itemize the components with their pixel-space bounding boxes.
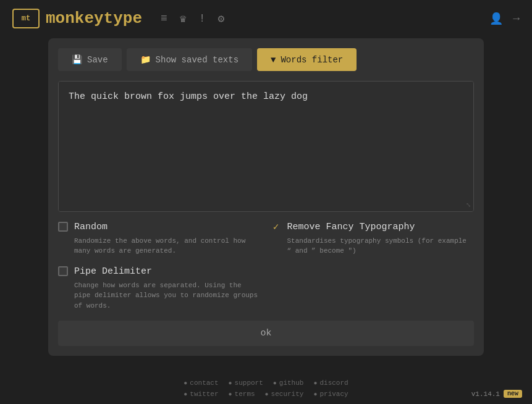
filter-icon: ▼ xyxy=(271,55,276,65)
security-icon: ● xyxy=(265,391,269,398)
footer-row-2: ● twitter ● terms ● security ● privacy xyxy=(184,390,348,398)
modal-footer: ok xyxy=(48,321,484,356)
save-icon: 💾 xyxy=(72,54,82,65)
footer-discord[interactable]: ● discord xyxy=(313,379,348,387)
option-remove-fancy: Remove Fancy Typography Standardises typ… xyxy=(271,222,475,256)
option-random: Random Randomize the above words, and co… xyxy=(58,222,261,256)
logo-text: monkeytype xyxy=(46,9,142,28)
folder-icon: 📁 xyxy=(140,54,151,65)
ok-label: ok xyxy=(260,328,271,339)
terms-icon: ● xyxy=(229,391,232,398)
logo: mt monkeytype xyxy=(12,9,142,28)
pipe-delimiter-checkbox[interactable] xyxy=(58,266,68,276)
contact-icon: ● xyxy=(184,380,187,387)
github-icon: ● xyxy=(273,380,277,387)
profile-icon[interactable]: 👤 xyxy=(489,12,503,25)
option-random-header: Random xyxy=(58,222,261,232)
page-footer: ● contact ● support ● github ● discord ●… xyxy=(0,361,532,404)
footer-security[interactable]: ● security xyxy=(265,390,304,398)
resize-handle: ⤡ xyxy=(466,201,471,209)
random-checkbox[interactable] xyxy=(58,222,68,232)
footer-terms[interactable]: ● terms xyxy=(229,390,255,398)
logo-box: mt xyxy=(12,9,40,28)
twitter-icon: ● xyxy=(184,391,187,398)
show-saved-label: Show saved texts xyxy=(156,55,239,65)
footer-contact[interactable]: ● contact xyxy=(184,379,218,387)
remove-fancy-checkbox[interactable] xyxy=(271,222,281,232)
words-filter-button[interactable]: ▼ Words filter xyxy=(257,48,357,71)
version-badge: v1.14.1 new xyxy=(471,390,522,398)
option-pipe-delimiter-header: Pipe Delimiter xyxy=(58,266,261,277)
words-textarea[interactable] xyxy=(59,82,473,211)
modal-toolbar: 💾 Save 📁 Show saved texts ▼ Words filter xyxy=(48,38,484,71)
navbar-right: 👤 → xyxy=(489,12,520,25)
textarea-wrapper: ⤡ xyxy=(58,81,474,212)
save-label: Save xyxy=(87,55,108,65)
footer-github[interactable]: ● github xyxy=(273,379,304,387)
option-pipe-delimiter: Pipe Delimiter Change how words are sepa… xyxy=(58,266,261,311)
info-icon[interactable]: ! xyxy=(199,12,206,25)
random-title: Random xyxy=(74,222,108,232)
gear-icon[interactable]: ⚙ xyxy=(218,12,225,25)
footer-privacy[interactable]: ● privacy xyxy=(313,390,348,398)
remove-fancy-title: Remove Fancy Typography xyxy=(287,222,415,232)
modal-body: ⤡ Random Randomize the above words, and … xyxy=(48,71,484,321)
version-text: v1.14.1 xyxy=(471,390,500,398)
option-remove-fancy-header: Remove Fancy Typography xyxy=(271,222,475,232)
navbar: mt monkeytype ≡ ♛ ! ⚙ 👤 → xyxy=(0,0,532,37)
modal-dialog: 💾 Save 📁 Show saved texts ▼ Words filter… xyxy=(48,38,484,356)
show-saved-texts-button[interactable]: 📁 Show saved texts xyxy=(127,48,252,71)
logo-letters: mt xyxy=(22,14,30,23)
crown-icon[interactable]: ♛ xyxy=(180,12,187,25)
options-grid: Random Randomize the above words, and co… xyxy=(58,222,474,311)
footer-support[interactable]: ● support xyxy=(229,379,263,387)
footer-row-1: ● contact ● support ● github ● discord xyxy=(184,379,348,387)
pipe-delimiter-description: Change how words are separated. Using th… xyxy=(58,280,261,311)
pipe-delimiter-title: Pipe Delimiter xyxy=(74,266,152,277)
logout-icon[interactable]: → xyxy=(513,12,520,25)
random-description: Randomize the above words, and control h… xyxy=(58,236,261,256)
menu-icon[interactable]: ≡ xyxy=(161,12,167,25)
words-filter-label: Words filter xyxy=(281,55,343,65)
nav-icons: ≡ ♛ ! ⚙ xyxy=(161,12,224,25)
new-badge: new xyxy=(504,390,522,398)
discord-icon: ● xyxy=(313,380,317,387)
support-icon: ● xyxy=(229,380,232,387)
footer-twitter[interactable]: ● twitter xyxy=(184,390,218,398)
ok-button[interactable]: ok xyxy=(58,321,474,346)
save-button[interactable]: 💾 Save xyxy=(58,48,122,71)
remove-fancy-description: Standardises typography symbols (for exa… xyxy=(271,236,475,256)
privacy-icon: ● xyxy=(313,391,317,398)
